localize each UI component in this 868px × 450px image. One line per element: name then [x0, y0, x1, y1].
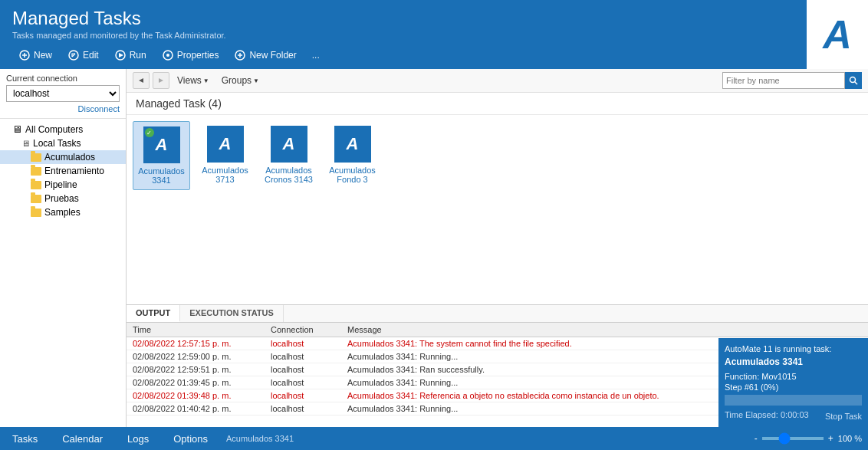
task-icon-2: A: [207, 126, 244, 163]
svg-point-14: [850, 77, 856, 83]
col-connection: Connection: [265, 323, 341, 337]
more-label: ...: [312, 50, 320, 61]
page-subtitle: Tasks managed and monitored by the Task …: [12, 31, 856, 40]
sidebar-item-entrenamiento[interactable]: Entrenamiento: [0, 164, 126, 178]
new-icon: [18, 49, 31, 61]
task-icon-letter: A: [219, 134, 232, 154]
status-bar: Tasks Calendar Logs Options Acumulados 3…: [0, 427, 868, 450]
new-button[interactable]: New: [12, 46, 58, 64]
tab-calendar[interactable]: Calendar: [50, 427, 115, 450]
task-icon-letter: A: [283, 134, 295, 154]
folder-icon: [31, 153, 41, 162]
forward-button[interactable]: [153, 72, 169, 89]
task-icon-4: A: [334, 126, 371, 163]
toolbar: New Edit Run Properties: [12, 46, 856, 69]
zoom-minus-icon[interactable]: -: [755, 433, 758, 444]
sidebar: Current connection localhost Disconnect …: [0, 69, 127, 427]
output-tabs: OUTPUT EXECUTION STATUS: [127, 305, 868, 323]
section-title: Managed Task (4): [127, 93, 868, 115]
tab-execution-status[interactable]: EXECUTION STATUS: [180, 305, 284, 322]
sidebar-item-local-tasks[interactable]: 🖥 Local Tasks: [0, 136, 126, 150]
tab-options[interactable]: Options: [161, 427, 220, 450]
connection-select[interactable]: localhost: [6, 85, 120, 102]
zoom-level: 100 %: [838, 434, 862, 443]
sidebar-item-samples[interactable]: Samples: [0, 205, 126, 219]
views-chevron-icon: ▼: [203, 77, 209, 84]
connection-label: Current connection: [6, 74, 120, 83]
disconnect-link[interactable]: Disconnect: [6, 104, 120, 113]
status-current-item: Acumulados 3341: [226, 434, 294, 443]
sidebar-item-pipeline[interactable]: Pipeline: [0, 178, 126, 192]
task-status-dot: [145, 128, 154, 137]
col-message: Message: [341, 323, 868, 337]
sidebar-item-label: Pipeline: [44, 179, 77, 190]
page-title: Managed Tasks: [12, 8, 856, 29]
task-icon-letter: A: [156, 135, 168, 155]
search-button[interactable]: [845, 72, 862, 89]
sidebar-item-all-computers[interactable]: 🖥 All Computers: [0, 122, 126, 136]
col-time: Time: [127, 323, 265, 337]
filter-input[interactable]: [722, 72, 845, 89]
sidebar-item-label: Entrenamiento: [44, 166, 104, 176]
more-button[interactable]: ...: [306, 47, 326, 64]
sidebar-item-label: Pruebas: [44, 193, 79, 204]
edit-button[interactable]: Edit: [61, 46, 105, 64]
task-icon-3: A: [271, 126, 307, 163]
task-label-3: Acumulados Cronos 3143: [265, 166, 313, 184]
new-label: New: [34, 50, 52, 61]
tasks-grid: A Acumulados 3341 A Acumulados 3713 A: [127, 115, 868, 304]
status-tabs: Tasks Calendar Logs Options: [0, 427, 220, 450]
properties-label: Properties: [177, 50, 219, 61]
back-button[interactable]: [133, 72, 150, 89]
groups-dropdown[interactable]: Groups ▼: [217, 74, 264, 87]
task-icon-1: A: [143, 126, 180, 163]
task-label-1: Acumulados 3341: [138, 166, 185, 185]
new-folder-button[interactable]: New Folder: [228, 46, 302, 64]
views-label: Views: [177, 75, 202, 86]
floating-task-panel: AutoMate 11 is running task: Acumulados …: [718, 338, 868, 427]
floating-panel-title: AutoMate 11 is running task:: [725, 344, 862, 353]
edit-label: Edit: [83, 50, 99, 61]
tree: 🖥 All Computers 🖥 Local Tasks Acumulados…: [0, 119, 126, 427]
task-item-acumulados-3713[interactable]: A Acumulados 3713: [196, 121, 254, 190]
task-item-acumulados-fondo-3[interactable]: A Acumulados Fondo 3: [324, 121, 381, 190]
local-tasks-icon: 🖥: [21, 139, 30, 148]
task-item-acumulados-cronos-3143[interactable]: A Acumulados Cronos 3143: [260, 121, 317, 190]
new-folder-label: New Folder: [249, 50, 296, 61]
zoom-plus-icon[interactable]: +: [828, 433, 833, 444]
zoom-slider[interactable]: [762, 437, 824, 440]
run-label: Run: [130, 50, 146, 61]
filter-container: [722, 72, 862, 89]
svg-marker-13: [159, 78, 163, 83]
svg-point-8: [166, 54, 169, 57]
groups-label: Groups: [222, 75, 252, 86]
svg-line-15: [855, 82, 858, 85]
edit-icon: [67, 49, 80, 61]
sidebar-item-acumulados[interactable]: Acumulados: [0, 150, 126, 164]
tab-tasks[interactable]: Tasks: [0, 427, 50, 450]
task-item-acumulados-3341[interactable]: A Acumulados 3341: [133, 121, 190, 190]
folder-icon: [31, 167, 41, 176]
status-zoom: - + 100 %: [755, 433, 868, 444]
floating-progress-bar-container: [725, 395, 862, 406]
sidebar-item-pruebas[interactable]: Pruebas: [0, 192, 126, 205]
floating-panel-task-name: Acumulados 3341: [725, 356, 862, 367]
tab-logs[interactable]: Logs: [115, 427, 161, 450]
run-icon: [114, 49, 127, 61]
folder-icon: [31, 209, 41, 217]
floating-panel-function: Function: Mov1015: [725, 372, 862, 381]
views-dropdown[interactable]: Views ▼: [173, 74, 214, 87]
tab-output[interactable]: OUTPUT: [127, 305, 180, 322]
svg-marker-6: [119, 53, 123, 57]
time-elapsed: Time Elapsed: 0:00:03: [725, 410, 809, 419]
svg-marker-12: [139, 78, 143, 83]
properties-icon: [162, 49, 174, 61]
computer-icon: 🖥: [12, 123, 22, 135]
content-toolbar: Views ▼ Groups ▼: [127, 69, 868, 93]
run-button[interactable]: Run: [108, 46, 153, 64]
sidebar-item-label: Acumulados: [44, 152, 95, 163]
stop-task-button[interactable]: Stop Task: [825, 412, 862, 421]
sidebar-item-label: Local Tasks: [33, 138, 81, 149]
new-folder-icon: [234, 49, 246, 61]
properties-button[interactable]: Properties: [156, 46, 225, 64]
